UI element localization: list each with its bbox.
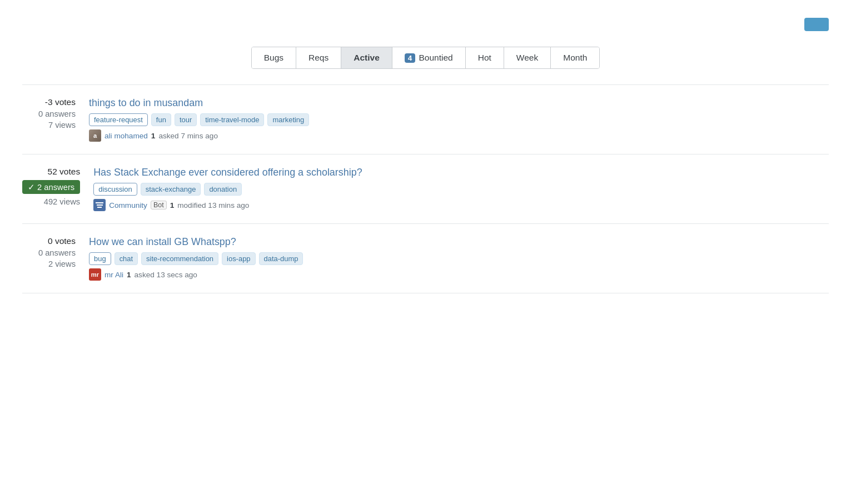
view-count: 7 views <box>22 121 76 129</box>
question-item: 0 votes0 answers2 viewsHow we can instal… <box>22 224 829 293</box>
bot-badge: Bot <box>151 201 167 209</box>
question-list: -3 votes0 answers7 viewsthings to do in … <box>22 85 829 293</box>
page-header <box>22 18 829 31</box>
tag[interactable]: time-travel-mode <box>200 113 264 126</box>
question-content: things to do in musandamfeature-requestf… <box>89 97 829 142</box>
tag[interactable]: donation <box>204 183 242 196</box>
tag[interactable]: tour <box>175 113 197 126</box>
view-count: 492 views <box>22 197 80 206</box>
question-title[interactable]: How we can install GB Whatspp? <box>89 236 829 248</box>
action-text: asked 13 secs ago <box>135 271 197 279</box>
question-item: 52 votes✓ 2 answers492 viewsHas Stack Ex… <box>22 154 829 224</box>
avatar: mr <box>89 268 101 281</box>
tag[interactable]: discussion <box>93 183 137 196</box>
avatar <box>93 199 106 211</box>
action-text: asked 7 mins ago <box>158 132 218 140</box>
tag[interactable]: fun <box>151 113 171 126</box>
tag[interactable]: feature-request <box>89 113 148 126</box>
user-name[interactable]: mr Ali <box>104 271 123 279</box>
view-count: 2 views <box>22 260 76 268</box>
user-name[interactable]: Community <box>109 201 147 209</box>
user-rep: 1 <box>127 271 131 279</box>
question-item: -3 votes0 answers7 viewsthings to do in … <box>22 85 829 154</box>
page-container: BugsReqsActive4 BountiedHotWeekMonth -3 … <box>0 0 851 311</box>
avatar: a <box>89 129 101 142</box>
stats-col: 0 votes0 answers2 views <box>22 236 89 271</box>
filter-tab-bountied[interactable]: 4 Bountied <box>392 47 466 68</box>
tag[interactable]: ios-app <box>222 252 255 265</box>
tag[interactable]: site-recommendation <box>141 252 218 265</box>
filter-bar: BugsReqsActive4 BountiedHotWeekMonth <box>22 47 829 69</box>
user-rep: 1 <box>170 201 175 209</box>
bounty-badge: 4 <box>405 53 416 63</box>
meta-row: mrmr Ali1asked 13 secs ago <box>89 268 829 281</box>
meta-row: aali mohamed1asked 7 mins ago <box>89 129 829 142</box>
tags-row: feature-requestfuntourtime-travel-modema… <box>89 113 829 126</box>
answer-count: 0 answers <box>22 109 76 118</box>
vote-count: 52 votes <box>22 167 80 177</box>
ask-question-button[interactable] <box>804 18 829 31</box>
vote-count: -3 votes <box>22 97 76 107</box>
tag[interactable]: chat <box>115 252 138 265</box>
tag[interactable]: bug <box>89 252 111 265</box>
filter-tab-reqs[interactable]: Reqs <box>296 47 341 68</box>
user-name[interactable]: ali mohamed <box>104 132 148 140</box>
stats-col: -3 votes0 answers7 views <box>22 97 89 132</box>
tag[interactable]: marketing <box>267 113 309 126</box>
tags-row: discussionstack-exchangedonation <box>93 183 829 196</box>
user-rep: 1 <box>151 132 156 140</box>
filter-tab-bugs[interactable]: Bugs <box>252 47 296 68</box>
filter-tab-week[interactable]: Week <box>504 47 551 68</box>
stats-col: 52 votes✓ 2 answers492 views <box>22 167 93 208</box>
question-content: Has Stack Exchange ever considered offer… <box>93 167 829 211</box>
filter-tab-active[interactable]: Active <box>341 47 392 68</box>
tag[interactable]: data-dump <box>259 252 303 265</box>
question-title[interactable]: Has Stack Exchange ever considered offer… <box>93 167 829 178</box>
meta-row: CommunityBot1modified 13 mins ago <box>93 199 829 211</box>
filter-tab-hot[interactable]: Hot <box>466 47 504 68</box>
action-text: modified 13 mins ago <box>177 201 249 209</box>
question-content: How we can install GB Whatspp?bugchatsit… <box>89 236 829 281</box>
filter-tabs: BugsReqsActive4 BountiedHotWeekMonth <box>251 47 600 69</box>
filter-tab-month[interactable]: Month <box>551 47 599 68</box>
tags-row: bugchatsite-recommendationios-appdata-du… <box>89 252 829 265</box>
question-title[interactable]: things to do in musandam <box>89 97 829 109</box>
answer-count: 0 answers <box>22 248 76 257</box>
vote-count: 0 votes <box>22 236 76 246</box>
answers-badge-accepted: ✓ 2 answers <box>22 180 80 194</box>
tag[interactable]: stack-exchange <box>141 183 201 196</box>
